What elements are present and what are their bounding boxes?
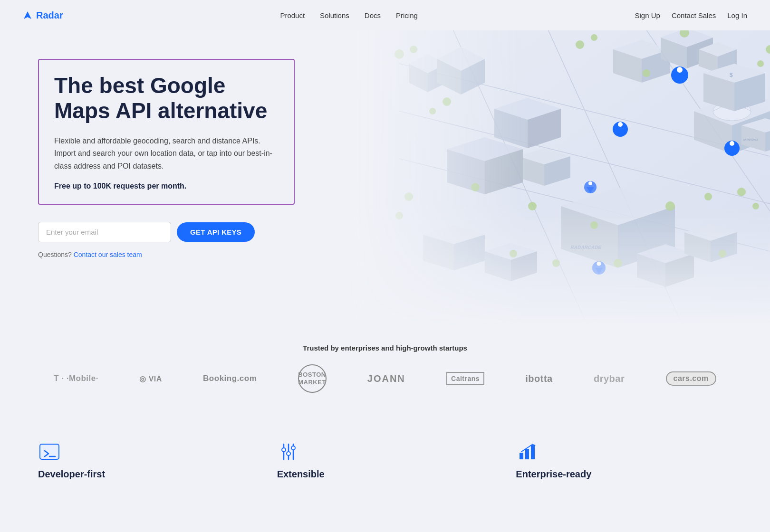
hero-free-text: Free up to 100K requests per month.	[54, 182, 279, 190]
hero-content: The best Google Maps API alternative Fle…	[0, 30, 333, 277]
sliders-icon	[277, 440, 300, 463]
logo[interactable]: Radar	[23, 10, 63, 21]
hero-cta-row: GET API KEYS	[38, 222, 295, 242]
chart-icon	[516, 440, 539, 463]
feature-developer-first-label: Developer-first	[38, 469, 105, 480]
hero-map-background: MORADA'S MORADA'S RADARCADE	[352, 30, 770, 325]
nav-center-links: Product Solutions Docs Pricing	[280, 11, 417, 19]
navbar: Radar Product Solutions Docs Pricing Sig…	[0, 0, 770, 30]
terminal-icon	[38, 440, 61, 463]
contact-sales-link[interactable]: Contact our sales team	[74, 251, 142, 258]
logo-booking: Booking.com	[203, 369, 257, 388]
logo-tmobile: T · ·Mobile·	[54, 369, 98, 388]
nav-link-pricing[interactable]: Pricing	[396, 11, 418, 19]
feature-developer-first: Developer-first	[38, 440, 254, 480]
logo-via: ◎ VIA	[139, 369, 162, 388]
nav-link-solutions[interactable]: Solutions	[320, 11, 349, 19]
get-api-keys-button[interactable]: GET API KEYS	[177, 222, 255, 242]
logo-drybar: drybar	[594, 369, 625, 388]
hero-section: MORADA'S MORADA'S RADARCADE	[0, 30, 770, 325]
nav-link-contact-sales[interactable]: Contact Sales	[672, 11, 716, 19]
svg-point-121	[287, 452, 290, 456]
logo-ibotta: ibotta	[525, 369, 552, 388]
trusted-section: Trusted by enterprises and high-growth s…	[0, 325, 770, 412]
svg-marker-0	[24, 11, 31, 19]
hero-description: Flexible and affordable geocoding, searc…	[54, 135, 279, 172]
feature-extensible: Extensible	[277, 440, 493, 480]
features-section: Developer-first Extensible	[0, 412, 770, 489]
logo-cars: cars.com	[666, 369, 716, 388]
features-grid: Developer-first Extensible	[38, 440, 732, 480]
radar-logo-icon	[23, 10, 32, 20]
logos-row: T · ·Mobile· ◎ VIA Booking.com BOSTON MA…	[38, 369, 732, 402]
hero-title: The best Google Maps API alternative	[54, 73, 279, 124]
svg-point-122	[291, 446, 295, 450]
logo-text: Radar	[36, 10, 63, 21]
email-input[interactable]	[38, 222, 171, 242]
feature-enterprise-ready: Enterprise-ready	[516, 440, 732, 480]
nav-link-login[interactable]: Log In	[727, 11, 747, 19]
svg-point-120	[282, 448, 286, 452]
feature-enterprise-ready-label: Enterprise-ready	[516, 469, 591, 480]
svg-rect-114	[352, 30, 770, 325]
nav-link-docs[interactable]: Docs	[365, 11, 381, 19]
hero-highlight-box: The best Google Maps API alternative Fle…	[38, 59, 295, 205]
svg-rect-125	[531, 445, 535, 459]
svg-rect-123	[520, 453, 523, 459]
svg-rect-124	[525, 449, 529, 459]
logo-caltrans: Caltrans	[446, 369, 484, 388]
nav-right-links: Sign Up Contact Sales Log In	[635, 11, 747, 19]
hero-questions-text: Questions? Contact our sales team	[38, 251, 295, 258]
logo-joann: JOANN	[367, 369, 405, 388]
trusted-title: Trusted by enterprises and high-growth s…	[38, 344, 732, 352]
logo-boston-market: BOSTON MARKET	[298, 369, 327, 388]
nav-link-product[interactable]: Product	[280, 11, 305, 19]
feature-extensible-label: Extensible	[277, 469, 325, 480]
nav-link-signup[interactable]: Sign Up	[635, 11, 660, 19]
